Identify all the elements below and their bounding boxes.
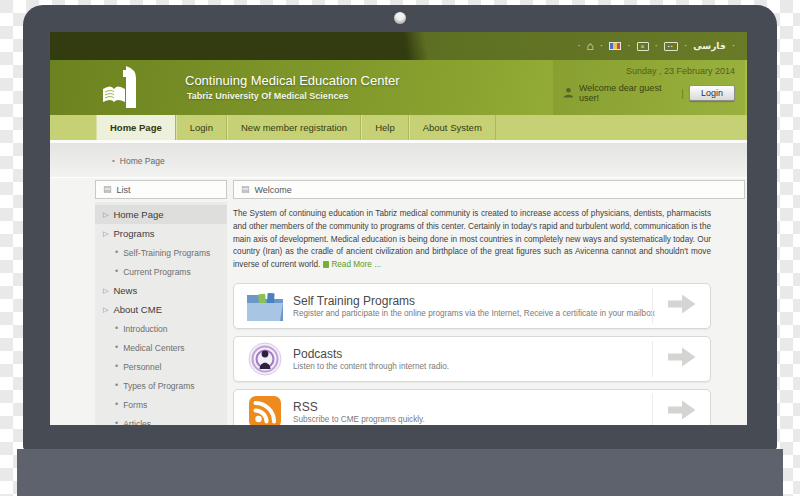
webcam xyxy=(394,12,406,24)
read-more-icon xyxy=(323,261,329,268)
card-arrow-cell[interactable] xyxy=(652,288,710,324)
main-column: ▤ Welcome The System of continuing educa… xyxy=(233,180,745,425)
bullet-icon: • xyxy=(115,381,118,390)
sidebar-item-types-of-programs[interactable]: • Types of Programs xyxy=(95,376,227,395)
bullet-icon: • xyxy=(115,267,118,276)
cme-logo-icon xyxy=(100,65,144,113)
sidebar-item-label: About CME xyxy=(113,304,162,315)
card-description: Listen to the content through internet r… xyxy=(293,362,449,371)
page-title: Continuing Medical Education Center xyxy=(185,73,400,88)
content-area: ▤ List ▷ Home Page ▷ Programs • Self-Tra… xyxy=(50,178,747,425)
date-label: Sunday , 23 February 2014 xyxy=(563,66,735,76)
page-subtitle: Tabriz University Of Medical Sciences xyxy=(187,91,348,101)
triangle-right-icon: ▷ xyxy=(103,211,108,218)
sidebar-item-about-cme[interactable]: ▷ About CME xyxy=(95,300,227,319)
site-header: Continuing Medical Education Center Tabr… xyxy=(50,60,747,115)
welcome-message: Welcome dear guest user! xyxy=(579,83,676,103)
bullet-icon: • xyxy=(115,419,118,425)
card-description: Subscribe to CME programs quickly. xyxy=(293,415,425,424)
card-title: Podcasts xyxy=(293,347,449,361)
breadcrumb: • Home Page xyxy=(50,144,747,177)
triangle-right-icon: ▷ xyxy=(103,287,108,294)
bullet-icon: • xyxy=(115,248,118,257)
sidebar-item-forms[interactable]: • Forms xyxy=(95,395,227,414)
sidebar-item-articles[interactable]: • Articles xyxy=(95,414,227,425)
separator-dot: · xyxy=(655,41,658,51)
intro-paragraph: The System of continuing education in Ta… xyxy=(233,208,711,272)
arrow-right-icon xyxy=(668,347,696,371)
monitor-base xyxy=(17,449,783,496)
monitor-mockup: · ⌂ · · × · ▪▪ · فارسی · Continuing Medi… xyxy=(0,0,800,496)
sidebar-item-label: Self-Training Programs xyxy=(123,248,210,258)
card-self-training-programs[interactable]: Self Training Programs Register and part… xyxy=(233,283,711,329)
home-icon[interactable]: ⌂ xyxy=(587,40,594,52)
intro-text: The System of continuing education in Ta… xyxy=(233,209,711,269)
breadcrumb-bullet-icon: • xyxy=(112,156,115,165)
triangle-right-icon: ▷ xyxy=(103,306,108,313)
bullet-icon: • xyxy=(115,400,118,409)
arrow-right-icon xyxy=(668,400,696,424)
sidebar-item-medical-centers[interactable]: • Medical Centers xyxy=(95,338,227,357)
screen: · ⌂ · · × · ▪▪ · فارسی · Continuing Medi… xyxy=(50,32,747,425)
breadcrumb-label[interactable]: Home Page xyxy=(120,156,165,166)
sidebar-item-news[interactable]: ▷ News xyxy=(95,281,227,300)
sidebar: ▤ List ▷ Home Page ▷ Programs • Self-Tra… xyxy=(95,180,227,425)
sidebar-item-label: Current Programs xyxy=(123,267,191,277)
list-panel-title: List xyxy=(117,185,131,195)
sidebar-item-label: Forms xyxy=(123,400,147,410)
podcast-icon xyxy=(244,342,286,376)
sidebar-item-self-training-programs[interactable]: • Self-Training Programs xyxy=(95,243,227,262)
keyboard-icon[interactable]: ▪▪ xyxy=(664,42,678,51)
welcome-panel-header: ▤ Welcome xyxy=(233,180,745,199)
sidebar-item-label: Medical Centers xyxy=(123,343,184,353)
panel-icon: ▤ xyxy=(241,185,250,194)
sidebar-item-label: Programs xyxy=(113,228,154,239)
sidebar-item-introduction[interactable]: • Introduction xyxy=(95,319,227,338)
welcome-panel-title: Welcome xyxy=(255,185,292,195)
sidebar-item-current-programs[interactable]: • Current Programs xyxy=(95,262,227,281)
rss-icon xyxy=(244,396,286,425)
card-podcasts[interactable]: Podcasts Listen to the content through i… xyxy=(233,336,711,382)
card-title: RSS xyxy=(293,400,425,414)
sidebar-item-label: News xyxy=(113,285,137,296)
card-rss[interactable]: RSS Subscribe to CME programs quickly. xyxy=(233,389,711,425)
sidebar-item-label: Introduction xyxy=(123,324,167,334)
card-arrow-cell[interactable] xyxy=(652,394,710,425)
sidebar-item-home-page[interactable]: ▷ Home Page xyxy=(95,205,227,224)
list-icon: ▤ xyxy=(103,185,112,194)
triangle-right-icon: ▷ xyxy=(103,230,108,237)
sidebar-item-label: Types of Programs xyxy=(123,381,194,391)
tab-login[interactable]: Login xyxy=(176,115,227,140)
separator-dot: · xyxy=(577,41,580,51)
sidebar-item-programs[interactable]: ▷ Programs xyxy=(95,224,227,243)
feature-cards: Self Training Programs Register and part… xyxy=(233,283,711,425)
user-panel: Sunday , 23 February 2014 Welcome dear g… xyxy=(553,60,745,115)
sidebar-menu: ▷ Home Page ▷ Programs • Self-Training P… xyxy=(95,202,227,425)
language-link[interactable]: فارسی xyxy=(693,41,725,51)
sidebar-item-label: Home Page xyxy=(113,209,163,220)
separator-dot: · xyxy=(684,41,687,51)
tab-new-member-registration[interactable]: New member registration xyxy=(227,115,361,140)
utility-bar: · ⌂ · · × · ▪▪ · فارسی · xyxy=(50,32,747,60)
folder-books-icon xyxy=(244,290,286,322)
separator-dot: · xyxy=(732,41,735,51)
bullet-icon: • xyxy=(115,324,118,333)
sidebar-item-label: Personnel xyxy=(123,362,161,372)
login-button[interactable]: Login xyxy=(689,85,735,101)
tab-about-system[interactable]: About System xyxy=(409,115,496,140)
bullet-icon: • xyxy=(115,343,118,352)
close-icon[interactable]: × xyxy=(637,42,649,51)
card-arrow-cell[interactable] xyxy=(652,341,710,377)
list-panel-header: ▤ List xyxy=(95,180,227,199)
tab-help[interactable]: Help xyxy=(361,115,409,140)
read-more-link[interactable]: Read More ... xyxy=(331,260,381,269)
sidebar-item-personnel[interactable]: • Personnel xyxy=(95,357,227,376)
tab-home-page[interactable]: Home Page xyxy=(96,115,176,140)
card-description: Register and participate in the online p… xyxy=(293,309,655,318)
divider: | xyxy=(681,88,684,99)
separator-dot: · xyxy=(627,41,630,51)
main-nav: Home Page Login New member registration … xyxy=(50,115,747,140)
user-icon xyxy=(563,84,574,102)
sidebar-item-label: Articles xyxy=(123,419,151,426)
flag-icon[interactable] xyxy=(609,42,621,50)
